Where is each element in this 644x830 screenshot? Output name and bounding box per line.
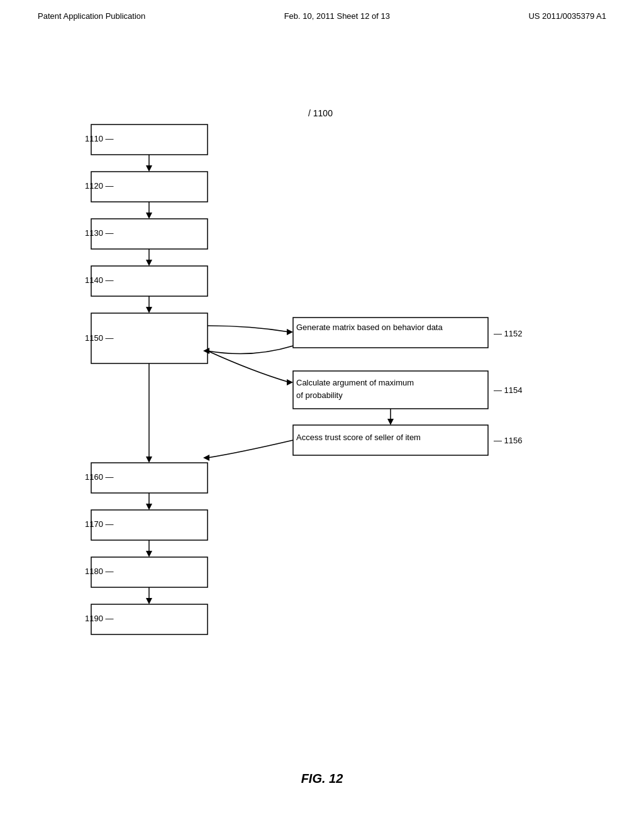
diagram-area: / 1100 1110 — 1120 — 1130 — 1140 — [0, 50, 644, 773]
header-date-sheet: Feb. 10, 2011 Sheet 12 of 13 [284, 11, 390, 21]
svg-marker-40 [146, 504, 152, 510]
svg-marker-30 [387, 419, 394, 425]
svg-text:1120 —: 1120 — [85, 181, 114, 191]
svg-text:1140 —: 1140 — [85, 275, 114, 285]
svg-marker-48 [146, 598, 152, 604]
svg-text:1130 —: 1130 — [85, 228, 114, 238]
svg-text:Generate matrix based on behav: Generate matrix based on behavior data [296, 323, 443, 332]
svg-text:of probability: of probability [296, 390, 343, 400]
header-patent-number: US 2011/0035379 A1 [528, 11, 606, 21]
svg-text:1170 —: 1170 — [85, 519, 114, 529]
svg-marker-8 [146, 213, 152, 219]
svg-text:— 1154: — 1154 [494, 385, 523, 395]
svg-text:— 1152: — 1152 [494, 329, 523, 338]
svg-marker-19 [287, 329, 293, 335]
header-publication: Patent Application Publication [38, 11, 145, 21]
page-header: Patent Application Publication Feb. 10, … [0, 0, 644, 27]
figure-caption: FIG. 12 [301, 772, 343, 786]
svg-rect-25 [293, 371, 488, 409]
svg-marker-16 [146, 307, 152, 313]
svg-marker-4 [146, 165, 152, 172]
svg-text:1180 —: 1180 — [85, 567, 114, 576]
svg-text:1190 —: 1190 — [85, 614, 114, 623]
svg-marker-34 [203, 455, 209, 461]
svg-marker-12 [146, 260, 152, 266]
svg-marker-24 [287, 379, 293, 385]
svg-text:1150 —: 1150 — [85, 333, 114, 343]
svg-marker-44 [146, 551, 152, 557]
svg-text:Calculate argument of maximum: Calculate argument of maximum [296, 378, 414, 387]
svg-text:/ 1100: / 1100 [308, 108, 333, 118]
svg-text:1160 —: 1160 — [85, 472, 114, 482]
svg-text:1110 —: 1110 — [85, 134, 114, 143]
svg-text:Access trust score of seller o: Access trust score of seller of item [296, 433, 421, 442]
svg-marker-36 [146, 456, 152, 463]
page: Patent Application Publication Feb. 10, … [0, 0, 644, 830]
svg-text:— 1156: — 1156 [494, 436, 523, 445]
